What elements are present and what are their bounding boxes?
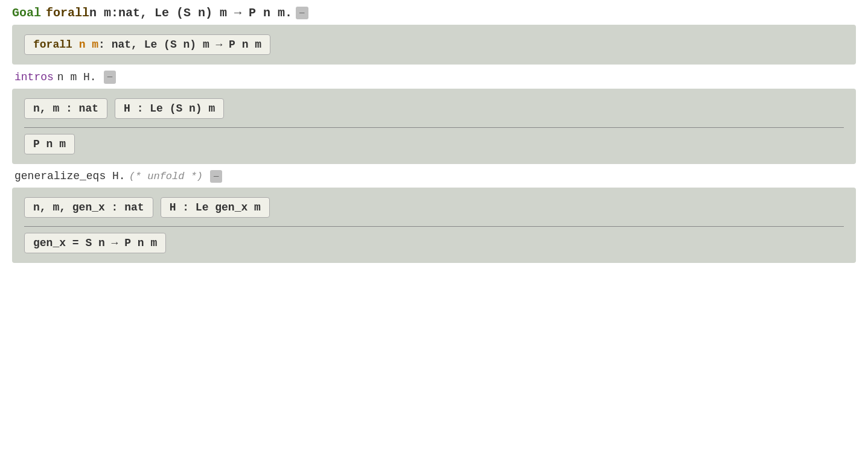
goal-formula-row-2: P n m xyxy=(24,134,844,154)
collapse-button-1[interactable]: — xyxy=(296,7,308,20)
hypotheses-row-2: n, m : nat H : Le (S n) m xyxy=(24,98,844,119)
goal-text-2: P n m xyxy=(33,138,66,150)
intros-rest: n m H. xyxy=(57,71,97,83)
hyp2-text-3: H : Le gen_x m xyxy=(170,201,261,213)
proof-box-1: forall n m : nat, Le (S n) m → P n m xyxy=(12,25,856,65)
formula-rest-box1: : nat, Le (S n) m → P n m xyxy=(98,39,261,51)
intros-keyword: intros xyxy=(14,71,54,83)
space2 xyxy=(85,39,92,51)
goal-box-3: gen_x = S n → P n m xyxy=(24,233,166,253)
hyp2-text-2: H : Le (S n) m xyxy=(124,103,215,115)
hyp1-text-2: n, m : nat xyxy=(33,103,98,115)
separator-2 xyxy=(24,127,844,128)
tactic-line-2: generalize_eqs H. (* unfold *) — xyxy=(12,170,856,183)
collapse-button-2[interactable]: — xyxy=(104,71,116,84)
generalize-keyword: generalize_eqs H. xyxy=(14,170,126,182)
goal-box-2: P n m xyxy=(24,134,75,154)
proof-box-1-inner: forall n m : nat, Le (S n) m → P n m xyxy=(24,34,844,55)
space1 xyxy=(72,39,79,51)
hypotheses-row-3: n, m, gen_x : nat H : Le gen_x m xyxy=(24,197,844,218)
goal-line: Goal forall n m:nat, Le (S n) m → P n m.… xyxy=(12,6,856,20)
hyp-box-2-2: H : Le (S n) m xyxy=(115,98,224,119)
goal-formula-row-3: gen_x = S n → P n m xyxy=(24,233,844,253)
var-n-box1: n xyxy=(79,39,86,51)
collapse-button-3[interactable]: — xyxy=(210,170,222,183)
separator-3 xyxy=(24,226,844,227)
hyp-box-3-1: n, m, gen_x : nat xyxy=(24,197,153,218)
goal-text-3: gen_x = S n → P n m xyxy=(33,237,157,249)
formula-box-1: forall n m : nat, Le (S n) m → P n m xyxy=(24,34,270,55)
tactic-line-1: intros n m H. — xyxy=(12,71,856,84)
tactic-comment: (* unfold *) xyxy=(129,171,203,182)
hyp1-text-3: n, m, gen_x : nat xyxy=(33,201,144,213)
page-container: Goal forall n m:nat, Le (S n) m → P n m.… xyxy=(0,0,868,281)
goal-keyword: Goal xyxy=(12,6,41,20)
hyp-box-2-1: n, m : nat xyxy=(24,98,107,119)
proof-box-2: n, m : nat H : Le (S n) m P n m xyxy=(12,89,856,164)
forall-keyword: forall xyxy=(46,6,89,20)
var-m-box1: m xyxy=(92,39,98,51)
goal-rest: n m:nat, Le (S n) m → P n m. xyxy=(89,6,292,20)
forall-kw-box1: forall xyxy=(33,39,72,51)
proof-box-3: n, m, gen_x : nat H : Le gen_x m gen_x =… xyxy=(12,188,856,263)
hyp-box-3-2: H : Le gen_x m xyxy=(161,197,270,218)
